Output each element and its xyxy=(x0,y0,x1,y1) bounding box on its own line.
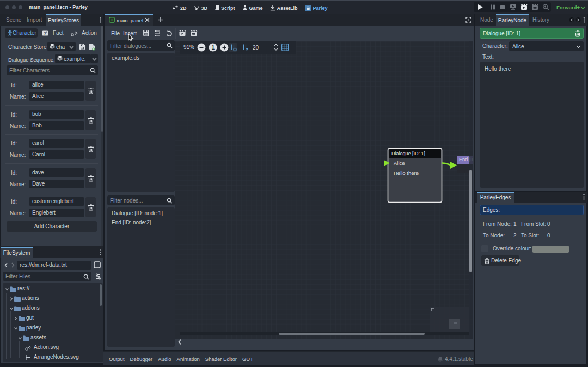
svg-text:1: 1 xyxy=(212,45,215,51)
svg-text:Alice: Alice xyxy=(394,160,405,166)
svg-text:Hello there: Hello there xyxy=(394,170,419,176)
svg-text:Dialogue [ID: 1]: Dialogue [ID: 1] xyxy=(391,151,425,156)
svg-text:?: ? xyxy=(44,31,46,36)
svg-text:20: 20 xyxy=(253,45,259,51)
